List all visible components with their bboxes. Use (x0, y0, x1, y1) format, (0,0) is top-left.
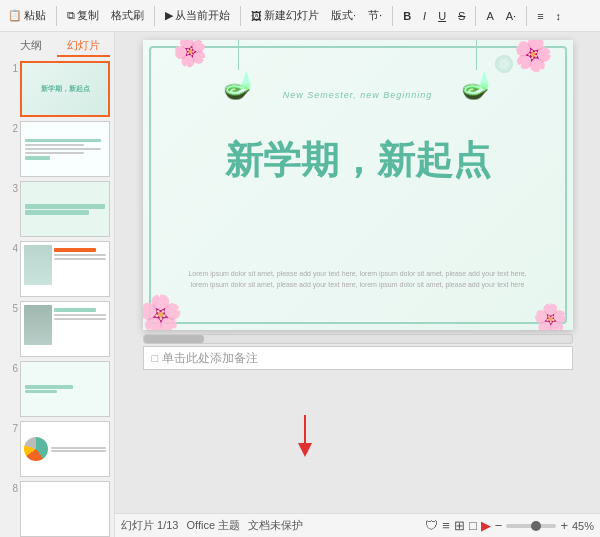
thumb1-text: 新学期，新起点 (41, 84, 90, 93)
paste-icon: 📋 (8, 9, 22, 22)
thumb-img-1: 新学期，新起点 (20, 61, 110, 117)
circle-deco-top (495, 55, 513, 73)
slide-thumb-3[interactable]: 3 (4, 181, 110, 237)
slide-num-5: 5 (4, 301, 18, 314)
security-icon[interactable]: 🛡 (425, 518, 438, 533)
thumb-img-4 (20, 241, 110, 297)
slide-num-1: 1 (4, 61, 18, 74)
slide-num-8: 8 (4, 481, 18, 494)
flowers-bottom-right-icon: 🌸 (533, 302, 568, 330)
align-options-button[interactable]: ≡ (533, 8, 547, 24)
slide-thumb-4[interactable]: 4 (4, 241, 110, 297)
new-slide-button[interactable]: 🖼 新建幻灯片 (247, 6, 323, 25)
zoom-slider[interactable] (506, 524, 556, 528)
separator4 (392, 6, 393, 26)
hanging-right-deco: 🪔 (461, 40, 493, 101)
slide-title-cn[interactable]: 新学期，新起点 (225, 135, 491, 186)
toolbar: 📋 粘贴 ⧉ 复制 格式刷 ▶ 从当前开始 🖼 新建幻灯片 版式· 节· B I… (0, 0, 600, 32)
copy-button[interactable]: ⧉ 复制 (63, 6, 103, 25)
slide-panel: 大纲 幻灯片 1 新学期，新起点 2 (0, 32, 115, 537)
separator2 (154, 6, 155, 26)
theme-info: Office 主题 (186, 518, 240, 533)
thumb-img-3 (20, 181, 110, 237)
record-icon[interactable]: ▶ (481, 518, 491, 533)
notes-bar[interactable]: □ 单击此处添加备注 (143, 346, 573, 370)
panel-tabs: 大纲 幻灯片 (4, 36, 110, 57)
main-layout: 大纲 幻灯片 1 新学期，新起点 2 (0, 32, 600, 537)
separator6 (526, 6, 527, 26)
slide-thumb-1[interactable]: 1 新学期，新起点 (4, 61, 110, 117)
thumb-img-2 (20, 121, 110, 177)
thumb-img-7 (20, 421, 110, 477)
view-icon[interactable]: ≡ (442, 518, 450, 533)
status-left: 幻灯片 1/13 Office 主题 文档未保护 (121, 518, 303, 533)
content-area: 🌸 🌸 🪔 🪔 New Semester, new Beginning (115, 32, 600, 537)
play-icon: ▶ (165, 9, 173, 22)
plus-icon[interactable]: + (560, 518, 568, 533)
thumb2-content (21, 122, 109, 176)
layout-button[interactable]: 版式· (327, 6, 360, 25)
italic-button[interactable]: I (419, 8, 430, 24)
thumb1-bg: 新学期，新起点 (22, 63, 108, 115)
slide-canvas[interactable]: 🌸 🌸 🪔 🪔 New Semester, new Beginning (143, 40, 573, 330)
slide-num-7: 7 (4, 421, 18, 434)
slide-body-text[interactable]: Lorem ipsum dolor sit amet, please add y… (188, 268, 528, 290)
thumb-img-6 (20, 361, 110, 417)
zoom-control (506, 524, 556, 528)
font-color-button[interactable]: A (482, 8, 497, 24)
slide-thumb-6[interactable]: 6 (4, 361, 110, 417)
minus-icon[interactable]: − (495, 518, 503, 533)
thumb-img-5 (20, 301, 110, 357)
slide-thumb-8[interactable]: 8 (4, 481, 110, 537)
zoom-slider-thumb[interactable] (531, 521, 541, 531)
from-start-button[interactable]: ▶ 从当前开始 (161, 6, 234, 25)
slide-thumb-2[interactable]: 2 (4, 121, 110, 177)
arrow-annotation (298, 415, 312, 457)
slide-num-3: 3 (4, 181, 18, 194)
copy-icon: ⧉ (67, 9, 75, 22)
slide-info: 幻灯片 1/13 (121, 518, 178, 533)
tab-outline[interactable]: 大纲 (4, 36, 57, 57)
doc-status: 文档未保护 (248, 518, 303, 533)
paste-button[interactable]: 📋 粘贴 (4, 6, 50, 25)
bell-left-icon: 🪔 (223, 70, 255, 101)
slide-background: 🌸 🌸 🪔 🪔 New Semester, new Beginning (143, 40, 573, 330)
highlight-button[interactable]: A· (502, 8, 520, 24)
thumb-img-8 (20, 481, 110, 537)
slide-num-6: 6 (4, 361, 18, 374)
horizontal-scrollbar[interactable] (143, 334, 573, 344)
new-slide-icon: 🖼 (251, 10, 262, 22)
notes-placeholder[interactable]: 单击此处添加备注 (162, 350, 258, 367)
present-icon[interactable]: □ (469, 518, 477, 533)
notes-icon: □ (152, 352, 159, 364)
spacing-button[interactable]: ↕ (552, 8, 566, 24)
status-bar: 幻灯片 1/13 Office 主题 文档未保护 🛡 ≡ ⊞ □ ▶ − + 4… (115, 513, 600, 537)
tab-slides[interactable]: 幻灯片 (57, 36, 110, 57)
zoom-level: 45% (572, 520, 594, 532)
section-button[interactable]: 节· (364, 6, 386, 25)
bell-right-icon: 🪔 (461, 70, 493, 101)
slide-thumb-5[interactable]: 5 (4, 301, 110, 357)
slide-num-4: 4 (4, 241, 18, 254)
slide-subtitle: New Semester, new Beginning (283, 90, 433, 100)
status-right: 🛡 ≡ ⊞ □ ▶ − + 45% (425, 518, 594, 533)
slide-num-2: 2 (4, 121, 18, 134)
separator5 (475, 6, 476, 26)
separator3 (240, 6, 241, 26)
bold-button[interactable]: B (399, 8, 415, 24)
scrollbar-thumb (144, 335, 204, 343)
underline-button[interactable]: U (434, 8, 450, 24)
flowers-bottom-left-icon: 🌸 (143, 293, 183, 330)
slide-thumb-7[interactable]: 7 (4, 421, 110, 477)
hanging-left-deco: 🪔 (223, 40, 255, 101)
strikethrough-button[interactable]: S (454, 8, 469, 24)
separator (56, 6, 57, 26)
grid-icon[interactable]: ⊞ (454, 518, 465, 533)
format-brush-button[interactable]: 格式刷 (107, 6, 148, 25)
